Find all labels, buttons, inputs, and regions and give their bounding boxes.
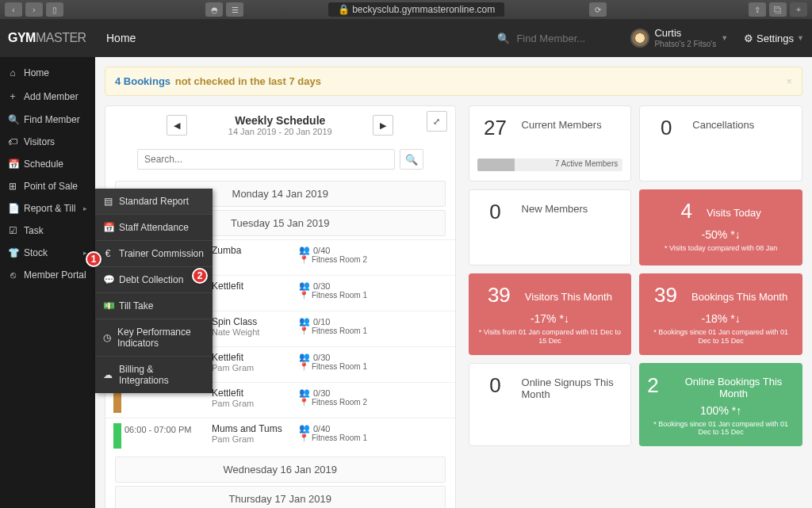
- submenu-item-trainer-commission[interactable]: €Trainer Commission: [95, 240, 213, 266]
- submenu-icon: 💵: [103, 300, 113, 311]
- stat-online-bookings[interactable]: 2Online Bookings This Month 100% *↑ * Bo…: [639, 363, 802, 447]
- submenu-icon: €: [103, 248, 113, 259]
- pin-icon: 📍: [299, 255, 308, 264]
- stat-visitors-month[interactable]: 39Visitors This Month -17% *↓ * Visits f…: [469, 273, 632, 355]
- stat-cancellations[interactable]: 0 Cancellations: [639, 105, 802, 181]
- expand-button[interactable]: ⤢: [427, 111, 447, 132]
- prev-week-button[interactable]: ◀: [167, 115, 187, 136]
- pin-icon: 📍: [299, 327, 308, 335]
- people-icon: 👥: [299, 423, 310, 434]
- alert-text: not checked in the last 7 days: [172, 75, 321, 87]
- sidebar-item-stock[interactable]: 👕Stock▸: [0, 242, 95, 264]
- sidebar-icon: ＋: [8, 90, 17, 103]
- sidebar-icon: 📄: [8, 203, 17, 214]
- new-tab-icon[interactable]: ＋: [790, 2, 807, 17]
- schedule-search-input[interactable]: [137, 149, 395, 170]
- stat-current-members[interactable]: 27 Current Members 7 Active Members: [469, 105, 632, 181]
- pin-icon: 📍: [299, 362, 308, 371]
- sidebar-toggle[interactable]: ▯: [46, 2, 63, 17]
- url-bar[interactable]: 🔒 beckysclub.gymmasteronline.com: [247, 2, 586, 17]
- submenu-icon: ◷: [103, 332, 111, 343]
- next-week-button[interactable]: ▶: [373, 115, 393, 136]
- stat-new-members[interactable]: 0 New Members: [469, 189, 632, 265]
- alert-link[interactable]: 4 Bookings: [115, 75, 170, 87]
- sidebar-icon: ⌂: [8, 67, 17, 78]
- logo: GYMMASTER: [0, 31, 95, 45]
- reader-icon[interactable]: ☰: [226, 2, 243, 17]
- stat-visits-today[interactable]: 4Visits Today -50% *↓ * Visits today com…: [639, 189, 802, 265]
- sidebar-icon: ☑: [8, 225, 17, 236]
- sidebar-icon: 📅: [8, 159, 17, 170]
- alert-banner: 4 Bookings not checked in the last 7 day…: [105, 67, 802, 96]
- sidebar-item-schedule[interactable]: 📅Schedule: [0, 153, 95, 175]
- sidebar: ⌂Home＋Add Member🔍Find Member🏷Visitors📅Sc…: [0, 57, 95, 508]
- pin-icon: 📍: [299, 434, 308, 442]
- people-icon: 👥: [299, 388, 310, 398]
- sidebar-icon: 👕: [8, 247, 17, 258]
- user-name: Curtis: [654, 28, 716, 39]
- sidebar-icon: 🔍: [8, 114, 17, 125]
- submenu-icon: ☁: [103, 369, 113, 380]
- sidebar-icon: ⎋: [8, 269, 17, 281]
- annotation-2: 2: [192, 268, 208, 284]
- browser-chrome: ‹ › ▯ ◓ ☰ 🔒 beckysclub.gymmasteronline.c…: [0, 0, 812, 19]
- sidebar-item-add-member[interactable]: ＋Add Member: [0, 84, 95, 109]
- submenu-icon: 💬: [103, 274, 113, 285]
- sidebar-item-member-portal[interactable]: ⎋Member Portal: [0, 264, 95, 286]
- member-search[interactable]: 🔍: [497, 32, 611, 44]
- shield-icon[interactable]: ◓: [205, 2, 223, 17]
- search-input[interactable]: [516, 32, 611, 44]
- sidebar-item-home[interactable]: ⌂Home: [0, 62, 95, 84]
- settings-menu[interactable]: ⚙ Settings ▼: [744, 32, 804, 44]
- page-title: Home: [95, 32, 136, 44]
- submenu-icon: 📅: [103, 222, 113, 233]
- people-icon: 👥: [299, 352, 310, 362]
- people-icon: 👥: [299, 245, 310, 255]
- schedule-search-button[interactable]: 🔍: [400, 149, 423, 170]
- day-header[interactable]: Thursday 17 Jan 2019: [115, 486, 446, 508]
- pin-icon: 📍: [299, 398, 308, 407]
- sidebar-item-find-member[interactable]: 🔍Find Member: [0, 109, 95, 131]
- user-org: Phatso's 2 Fitso's: [654, 40, 716, 48]
- schedule-event[interactable]: 06:00 - 07:00 PM Mums and TumsPam Gram 👥…: [105, 418, 455, 453]
- sidebar-item-task[interactable]: ☑Task: [0, 220, 95, 242]
- gear-icon: ⚙: [744, 32, 753, 44]
- schedule-title: Weekly Schedule: [197, 114, 363, 127]
- refresh-icon[interactable]: ⟳: [589, 2, 607, 17]
- app-topbar: GYMMASTER Home 🔍 Curtis Phatso's 2 Fitso…: [0, 19, 812, 57]
- sidebar-item-point-of-sale[interactable]: ⊞Point of Sale: [0, 175, 95, 197]
- sidebar-icon: 🏷: [8, 136, 17, 147]
- stat-online-signups[interactable]: 0 Online Signups This Month: [469, 363, 632, 447]
- share-icon[interactable]: ⇪: [749, 2, 766, 17]
- submenu-item-staff-attendance[interactable]: 📅Staff Attendance: [95, 214, 213, 240]
- report-submenu: ▤Standard Report📅Staff Attendance€Traine…: [95, 189, 213, 393]
- submenu-item-standard-report[interactable]: ▤Standard Report: [95, 189, 213, 214]
- day-header[interactable]: Wednesday 16 Jan 2019: [115, 456, 446, 483]
- pin-icon: 📍: [299, 291, 308, 300]
- tabs-icon[interactable]: ⿻: [769, 2, 787, 17]
- sidebar-item-report-till[interactable]: 📄Report & Till▸: [0, 197, 95, 220]
- user-menu[interactable]: Curtis Phatso's 2 Fitso's ▼: [630, 28, 728, 48]
- search-icon: 🔍: [497, 32, 510, 44]
- submenu-item-billing-integrations[interactable]: ☁Billing & Integrations: [95, 356, 213, 393]
- back-button[interactable]: ‹: [5, 2, 22, 17]
- schedule-range: 14 Jan 2019 - 20 Jan 2019: [197, 127, 363, 136]
- sidebar-item-visitors[interactable]: 🏷Visitors: [0, 131, 95, 153]
- submenu-item-key-performance-indicators[interactable]: ◷Key Performance Indicators: [95, 319, 213, 356]
- forward-button[interactable]: ›: [25, 2, 43, 17]
- people-icon: 👥: [299, 281, 310, 291]
- annotation-1: 1: [86, 251, 102, 267]
- people-icon: 👥: [299, 316, 310, 327]
- close-icon[interactable]: ×: [786, 75, 792, 87]
- stat-bookings-month[interactable]: 39Bookings This Month -18% *↓ * Bookings…: [639, 273, 802, 355]
- submenu-icon: ▤: [103, 196, 113, 207]
- avatar: [630, 29, 649, 48]
- submenu-item-till-take[interactable]: 💵Till Take: [95, 292, 213, 319]
- sidebar-icon: ⊞: [8, 181, 17, 192]
